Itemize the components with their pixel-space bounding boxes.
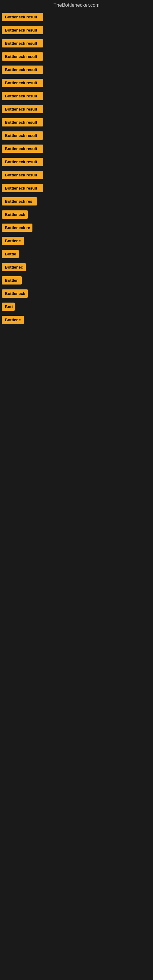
bottleneck-bar[interactable]: Bottleneck result <box>2 52 43 60</box>
bottleneck-bar[interactable]: Bottleneck result <box>2 145 43 153</box>
result-row: Bottleneck result <box>0 116 153 129</box>
bottleneck-bar[interactable]: Bottleneck re <box>2 224 32 232</box>
result-row: Bottleneck result <box>0 155 153 169</box>
bottleneck-bar[interactable]: Bottleneck result <box>2 92 43 100</box>
bottleneck-bar[interactable]: Bottlenec <box>2 263 26 271</box>
result-row: Bottleneck result <box>0 103 153 116</box>
result-row: Bottleneck <box>0 208 153 221</box>
result-row: Bottleneck result <box>0 50 153 63</box>
bottleneck-bar[interactable]: Bottleneck result <box>2 184 43 192</box>
site-title: TheBottlenecker.com <box>0 0 153 10</box>
result-row: Bottleneck result <box>0 63 153 76</box>
result-row: Bott <box>0 300 153 313</box>
result-row: Bottlene <box>0 313 153 326</box>
bottleneck-bar[interactable]: Bottleneck result <box>2 65 43 74</box>
bottleneck-bar[interactable]: Bottleneck res <box>2 197 37 205</box>
bottleneck-bar[interactable]: Bottleneck result <box>2 79 43 87</box>
bottleneck-bar[interactable]: Bott <box>2 302 15 311</box>
result-row: Bottleneck result <box>0 24 153 37</box>
bottleneck-bar[interactable]: Bottleneck <box>2 290 28 298</box>
bottleneck-bar[interactable]: Bottleneck result <box>2 171 43 179</box>
bottleneck-bar[interactable]: Bottlene <box>2 237 24 245</box>
result-row: Bottleneck result <box>0 76 153 89</box>
result-row: Bottleneck result <box>0 89 153 103</box>
result-row: Bottlenec <box>0 261 153 274</box>
result-row: Bottleneck result <box>0 181 153 195</box>
bottleneck-bar[interactable]: Bottle <box>2 250 19 258</box>
result-row: Bottleneck result <box>0 37 153 50</box>
bottleneck-bar[interactable]: Bottleneck result <box>2 118 43 126</box>
bottleneck-bar[interactable]: Bottleneck result <box>2 131 43 140</box>
result-row: Bottleneck result <box>0 169 153 181</box>
bottleneck-bar[interactable]: Bottleneck result <box>2 13 43 21</box>
bottleneck-bar[interactable]: Bottleneck <box>2 210 28 219</box>
result-row: Bottleneck result <box>0 10 153 24</box>
bottleneck-bar[interactable]: Bottleneck result <box>2 39 43 48</box>
bottleneck-bar[interactable]: Bottlen <box>2 276 22 285</box>
result-row: Bottle <box>0 247 153 261</box>
result-row: Bottleneck res <box>0 195 153 208</box>
rows-container: Bottleneck resultBottleneck resultBottle… <box>0 10 153 326</box>
bottleneck-bar[interactable]: Bottlene <box>2 316 24 324</box>
result-row: Bottlen <box>0 274 153 287</box>
result-row: Bottleneck re <box>0 221 153 234</box>
bottleneck-bar[interactable]: Bottleneck result <box>2 158 43 166</box>
result-row: Bottleneck result <box>0 142 153 155</box>
bottleneck-bar[interactable]: Bottleneck result <box>2 105 43 113</box>
result-row: Bottleneck <box>0 287 153 300</box>
result-row: Bottleneck result <box>0 129 153 142</box>
result-row: Bottlene <box>0 234 153 247</box>
bottleneck-bar[interactable]: Bottleneck result <box>2 26 43 34</box>
